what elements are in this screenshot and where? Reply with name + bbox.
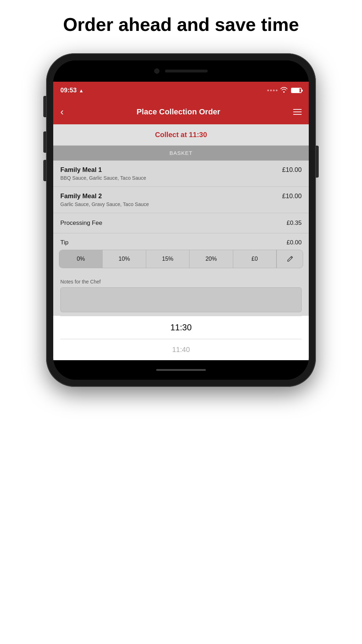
phone-shell: 09:53 ▲	[46, 53, 316, 387]
time-picker-area[interactable]: 11:30 11:40	[53, 316, 309, 360]
item-1-details: BBQ Sauce, Garlic Sauce, Taco Sauce	[60, 175, 282, 181]
screen: 09:53 ▲	[53, 82, 309, 360]
status-bar: 09:53 ▲	[53, 82, 309, 99]
tip-btn-20[interactable]: 20%	[190, 250, 233, 268]
tip-buttons-row: 0% 10% 15% 20% £0	[59, 250, 303, 268]
status-time: 09:53 ▲	[60, 87, 84, 94]
notes-section: Notes for the Chef	[53, 274, 309, 316]
item-1-info: Family Meal 1 BBQ Sauce, Garlic Sauce, T…	[60, 166, 282, 181]
tip-row: Tip £0.00	[53, 233, 309, 250]
home-indicator	[156, 369, 206, 371]
order-item-2: Family Meal 2 Garlic Sauce, Gravy Sauce,…	[53, 187, 309, 213]
menu-line-3	[293, 114, 302, 115]
speaker-slot	[165, 70, 208, 72]
location-icon: ▲	[79, 88, 84, 93]
pencil-icon	[286, 255, 294, 263]
basket-label: BASKET	[169, 150, 192, 156]
tip-btn-10[interactable]: 10%	[103, 250, 146, 268]
phone-top-bar	[53, 60, 309, 82]
item-2-details: Garlic Sauce, Gravy Sauce, Taco Sauce	[60, 201, 282, 207]
phone-bottom	[53, 360, 309, 380]
tip-btn-pound[interactable]: £0	[233, 250, 276, 268]
status-icons	[267, 87, 302, 94]
item-2-price: £10.00	[282, 193, 302, 200]
basket-header: BASKET	[53, 146, 309, 161]
page-headline-text: Order ahead and save time	[39, 14, 323, 36]
signal-icon	[267, 90, 278, 91]
processing-fee-row: Processing Fee £0.35	[53, 213, 309, 233]
phone-inner: 09:53 ▲	[53, 60, 309, 380]
collect-bar: Collect at 11:30	[53, 124, 309, 146]
notes-input-box[interactable]	[60, 287, 302, 312]
item-1-price: £10.00	[282, 166, 302, 174]
order-item-1: Family Meal 1 BBQ Sauce, Garlic Sauce, T…	[53, 161, 309, 187]
camera-icon	[154, 69, 159, 74]
notes-label: Notes for the Chef	[60, 279, 302, 285]
processing-fee-price: £0.35	[286, 220, 302, 227]
collect-time-label: Collect at 11:30	[155, 131, 207, 139]
item-1-name: Family Meal 1	[60, 166, 282, 174]
wifi-icon	[280, 87, 287, 94]
menu-line-1	[293, 109, 302, 110]
nav-title: Place Collection Order	[137, 107, 220, 117]
nav-bar: ‹ Place Collection Order	[53, 99, 309, 124]
tip-label: Tip	[60, 239, 68, 246]
menu-line-2	[293, 112, 302, 112]
tip-btn-0[interactable]: 0%	[59, 250, 103, 268]
processing-fee-label: Processing Fee	[60, 220, 102, 227]
menu-button[interactable]	[293, 109, 302, 115]
item-2-name: Family Meal 2	[60, 193, 282, 200]
time-option-selected[interactable]: 11:30	[53, 316, 309, 339]
tip-amount: £0.00	[286, 239, 302, 246]
time-option-1140[interactable]: 11:40	[53, 339, 309, 360]
item-2-info: Family Meal 2 Garlic Sauce, Gravy Sauce,…	[60, 193, 282, 207]
tip-btn-15[interactable]: 15%	[146, 250, 190, 268]
back-button[interactable]: ‹	[60, 106, 64, 118]
battery-icon	[291, 88, 302, 93]
content-area: Family Meal 1 BBQ Sauce, Garlic Sauce, T…	[53, 161, 309, 316]
tip-edit-button[interactable]	[276, 250, 303, 268]
time-display: 09:53	[60, 87, 77, 94]
